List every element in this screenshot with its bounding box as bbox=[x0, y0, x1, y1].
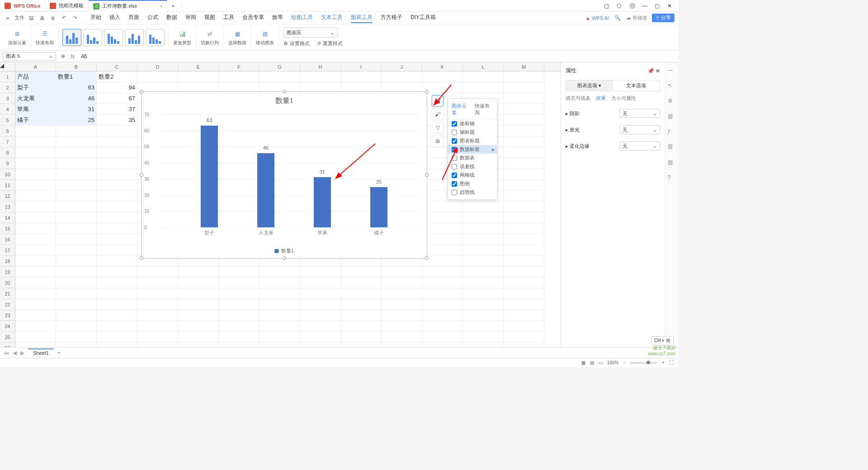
cell[interactable] bbox=[504, 104, 544, 115]
popup-checkbox[interactable] bbox=[452, 190, 457, 195]
menu-formula[interactable]: 公式 bbox=[147, 13, 158, 23]
resize-handle[interactable] bbox=[140, 256, 143, 260]
cell[interactable] bbox=[463, 256, 504, 267]
chart-type-3[interactable] bbox=[104, 29, 123, 46]
cell[interactable] bbox=[219, 267, 259, 277]
row-head[interactable]: 24 bbox=[0, 321, 15, 332]
cell[interactable] bbox=[15, 332, 56, 343]
cell[interactable] bbox=[341, 332, 382, 343]
chart-title[interactable]: 数量1 bbox=[142, 92, 427, 110]
minimize-icon[interactable]: — bbox=[642, 3, 648, 9]
close-panel-icon[interactable]: ✕ bbox=[656, 68, 660, 74]
menu-view[interactable]: 视图 bbox=[204, 13, 215, 23]
row-head[interactable]: 2 bbox=[0, 82, 15, 93]
cell[interactable] bbox=[97, 191, 137, 202]
cell[interactable] bbox=[56, 288, 97, 299]
cell[interactable] bbox=[178, 343, 219, 347]
cell[interactable] bbox=[137, 299, 178, 310]
popup-checkbox[interactable] bbox=[452, 155, 457, 161]
wpsai-button[interactable]: ▲ WPS AI bbox=[585, 15, 609, 21]
row-head[interactable]: 6 bbox=[0, 126, 15, 136]
row-head[interactable]: 5 bbox=[0, 115, 15, 126]
popup-checkbox[interactable] bbox=[452, 130, 457, 135]
cell[interactable] bbox=[504, 71, 544, 82]
select-all-corner[interactable]: ◢ bbox=[0, 62, 15, 71]
row-head[interactable]: 10 bbox=[0, 169, 15, 180]
spreadsheet[interactable]: ◢ A B C D E F G H I J K L M 1产品数量1数量22梨子… bbox=[0, 62, 561, 347]
cell[interactable] bbox=[504, 245, 544, 256]
resize-handle[interactable] bbox=[140, 90, 143, 94]
row-head[interactable]: 11 bbox=[0, 180, 15, 191]
chart-bar[interactable] bbox=[314, 177, 331, 227]
subtab-fill[interactable]: 填充与线条 bbox=[566, 95, 590, 102]
col-K[interactable]: K bbox=[422, 62, 463, 71]
chart-style-button[interactable]: 🖌 bbox=[432, 108, 443, 120]
cell[interactable] bbox=[463, 288, 504, 299]
cell[interactable] bbox=[504, 299, 544, 310]
col-B[interactable]: B bbox=[56, 62, 97, 71]
row-head[interactable]: 12 bbox=[0, 191, 15, 202]
cell[interactable] bbox=[178, 288, 219, 299]
cell[interactable] bbox=[422, 288, 463, 299]
resize-handle[interactable] bbox=[283, 256, 286, 260]
plot-area[interactable]: 01020304050607063梨子46火龙果31苹果25橘子 bbox=[153, 114, 418, 227]
ribbon-switch-rowcol[interactable]: ⇄ 切换行列 bbox=[196, 26, 224, 49]
view-page-icon[interactable]: ▤ bbox=[590, 360, 594, 365]
cell[interactable] bbox=[382, 71, 422, 82]
cell[interactable] bbox=[97, 343, 137, 347]
col-D[interactable]: D bbox=[137, 62, 178, 71]
cell[interactable] bbox=[463, 202, 504, 212]
collapse-icon[interactable]: — bbox=[668, 67, 676, 75]
ribbon-select-data[interactable]: ▦ 选择数据 bbox=[224, 26, 251, 49]
cell[interactable] bbox=[504, 277, 544, 288]
col-G[interactable]: G bbox=[259, 62, 300, 71]
zoom-slider[interactable] bbox=[630, 362, 657, 364]
menu-drawtools[interactable]: 绘图工具 bbox=[291, 13, 313, 23]
expand-icon[interactable]: ⊕ bbox=[59, 52, 67, 61]
col-I[interactable]: I bbox=[341, 62, 382, 71]
cell[interactable]: 数量2 bbox=[97, 71, 137, 82]
cell[interactable] bbox=[422, 299, 463, 310]
col-J[interactable]: J bbox=[382, 62, 422, 71]
cell[interactable] bbox=[219, 71, 259, 82]
col-A[interactable]: A bbox=[15, 62, 56, 71]
name-box[interactable]: 图表 5⌄ bbox=[3, 52, 56, 61]
popup-checkbox[interactable] bbox=[452, 164, 457, 169]
print-icon[interactable]: 🖶 bbox=[38, 14, 46, 22]
cell[interactable] bbox=[56, 180, 97, 191]
cell[interactable] bbox=[178, 267, 219, 277]
tab-new[interactable]: + ⌄ bbox=[167, 0, 189, 12]
row-head[interactable]: 22 bbox=[0, 299, 15, 310]
cell[interactable] bbox=[56, 299, 97, 310]
cell[interactable] bbox=[97, 256, 137, 267]
cell[interactable] bbox=[15, 202, 56, 212]
cell[interactable] bbox=[259, 267, 300, 277]
col-E[interactable]: E bbox=[178, 62, 219, 71]
cell[interactable] bbox=[259, 310, 300, 321]
chart-filter-button[interactable]: ▽ bbox=[432, 122, 443, 134]
maximize-icon[interactable]: ▢ bbox=[655, 3, 661, 9]
row-head[interactable]: 15 bbox=[0, 223, 15, 234]
menu-data[interactable]: 数据 bbox=[166, 13, 177, 23]
menu-efficiency[interactable]: 效率 bbox=[272, 13, 283, 23]
cell[interactable] bbox=[56, 136, 97, 147]
cell[interactable] bbox=[56, 321, 97, 332]
cell[interactable] bbox=[97, 332, 137, 343]
row-head[interactable]: 9 bbox=[0, 158, 15, 169]
cell[interactable] bbox=[97, 212, 137, 223]
cell[interactable] bbox=[382, 267, 422, 277]
cell[interactable] bbox=[219, 288, 259, 299]
cell[interactable] bbox=[259, 71, 300, 82]
tab-wps[interactable]: WPS Office bbox=[0, 0, 45, 12]
zoom-value[interactable]: 160% bbox=[607, 360, 619, 365]
cell[interactable] bbox=[504, 158, 544, 169]
cell[interactable] bbox=[97, 245, 137, 256]
menu-page[interactable]: 页面 bbox=[128, 13, 139, 23]
row-head[interactable]: 23 bbox=[0, 310, 15, 321]
row-head[interactable]: 16 bbox=[0, 234, 15, 245]
sheet-tab-1[interactable]: Sheet1 bbox=[28, 348, 54, 357]
cell[interactable] bbox=[219, 277, 259, 288]
shadow-select[interactable]: 无⌄ bbox=[619, 109, 660, 118]
chart-type-1[interactable] bbox=[62, 29, 81, 46]
cell[interactable] bbox=[382, 310, 422, 321]
